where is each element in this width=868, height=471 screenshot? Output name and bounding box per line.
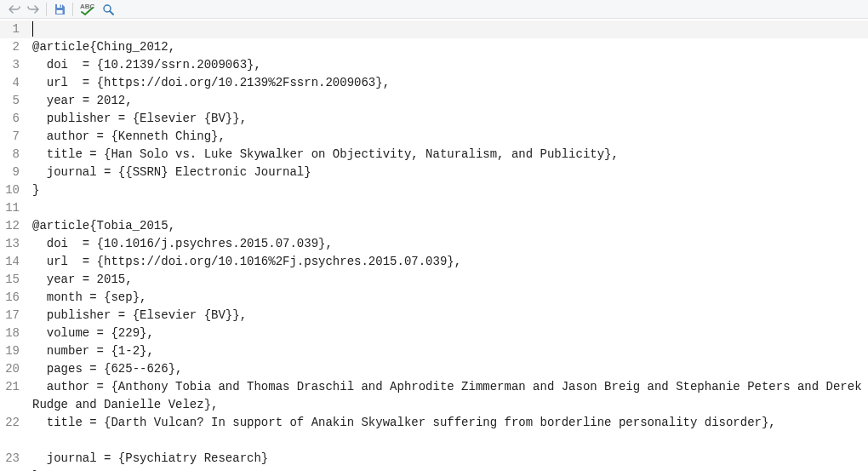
search-button[interactable] xyxy=(99,1,117,18)
line-number: 22 xyxy=(0,414,21,450)
code-line[interactable]: title = {Han Solo vs. Luke Skywalker on … xyxy=(26,146,868,164)
code-line[interactable]: url = {https://doi.org/10.1016%2Fj.psych… xyxy=(26,253,868,271)
line-number: 10 xyxy=(0,181,21,199)
code-line[interactable]: journal = {{SSRN} Electronic Journal} xyxy=(26,164,868,181)
editor-toolbar: ABC xyxy=(0,0,868,19)
code-content[interactable]: @article{Ching_2012, doi = {10.2139/ssrn… xyxy=(26,19,868,471)
code-line[interactable]: url = {https://doi.org/10.2139%2Fssrn.20… xyxy=(26,74,868,92)
line-number: 9 xyxy=(0,164,21,181)
code-line[interactable]: journal = {Psychiatry Research} xyxy=(26,450,868,468)
line-number: 7 xyxy=(0,128,21,146)
forward-button[interactable] xyxy=(24,1,43,18)
line-number: 21 xyxy=(0,378,21,414)
svg-rect-2 xyxy=(57,10,63,14)
code-line[interactable]: author = {Kenneth Ching}, xyxy=(26,128,868,146)
line-number: 2 xyxy=(0,38,21,56)
spellcheck-icon: ABC xyxy=(79,3,96,16)
code-line[interactable] xyxy=(26,20,868,38)
code-editor[interactable]: 1234567891011121314151617181920212223242… xyxy=(0,19,868,471)
code-line[interactable]: publisher = {Elsevier {BV}}, xyxy=(26,110,868,128)
line-number: 3 xyxy=(0,56,21,74)
text-cursor xyxy=(32,21,33,37)
code-line[interactable]: doi = {10.2139/ssrn.2009063}, xyxy=(26,56,868,74)
magnifier-icon xyxy=(102,3,114,15)
code-line[interactable]: @article{Tobia_2015, xyxy=(26,217,868,235)
svg-rect-1 xyxy=(60,4,62,7)
code-line[interactable]: doi = {10.1016/j.psychres.2015.07.039}, xyxy=(26,235,868,253)
code-line[interactable]: title = {Darth Vulcan? In support of Ana… xyxy=(26,414,868,450)
line-number-gutter: 1234567891011121314151617181920212223242… xyxy=(0,19,26,471)
svg-line-5 xyxy=(110,11,113,14)
code-line[interactable]: year = 2015, xyxy=(26,271,868,289)
line-number: 20 xyxy=(0,360,21,378)
code-line[interactable]: year = 2012, xyxy=(26,92,868,110)
back-button[interactable] xyxy=(5,1,24,18)
line-number: 17 xyxy=(0,307,21,325)
line-number: 24 xyxy=(0,468,21,471)
svg-rect-0 xyxy=(57,4,62,8)
line-number: 12 xyxy=(0,217,21,235)
line-number: 19 xyxy=(0,342,21,360)
code-line[interactable]: @article{Ching_2012, xyxy=(26,38,868,56)
code-line[interactable] xyxy=(26,199,868,217)
line-number: 16 xyxy=(0,289,21,307)
code-line[interactable]: } xyxy=(26,468,868,471)
code-line[interactable]: month = {sep}, xyxy=(26,289,868,307)
spellcheck-button[interactable]: ABC xyxy=(77,1,99,18)
line-number: 15 xyxy=(0,271,21,289)
code-line[interactable]: } xyxy=(26,181,868,199)
code-line[interactable]: pages = {625--626}, xyxy=(26,360,868,378)
line-number: 6 xyxy=(0,110,21,128)
line-number: 18 xyxy=(0,325,21,342)
line-number: 11 xyxy=(0,199,21,217)
arrow-left-icon xyxy=(9,3,20,15)
line-number: 14 xyxy=(0,253,21,271)
arrow-right-icon xyxy=(27,3,39,15)
save-button[interactable] xyxy=(50,1,69,18)
code-line[interactable]: volume = {229}, xyxy=(26,325,868,342)
save-icon xyxy=(54,3,66,15)
code-line[interactable]: number = {1-2}, xyxy=(26,342,868,360)
line-number: 1 xyxy=(0,20,21,38)
code-line[interactable]: author = {Anthony Tobia and Thomas Drasc… xyxy=(26,378,868,414)
svg-text:ABC: ABC xyxy=(80,3,95,10)
toolbar-separator xyxy=(46,3,47,16)
line-number: 23 xyxy=(0,450,21,468)
line-number: 13 xyxy=(0,235,21,253)
line-number: 8 xyxy=(0,146,21,164)
line-number: 5 xyxy=(0,92,21,110)
toolbar-separator xyxy=(72,3,73,16)
line-number: 4 xyxy=(0,74,21,92)
code-line[interactable]: publisher = {Elsevier {BV}}, xyxy=(26,307,868,325)
